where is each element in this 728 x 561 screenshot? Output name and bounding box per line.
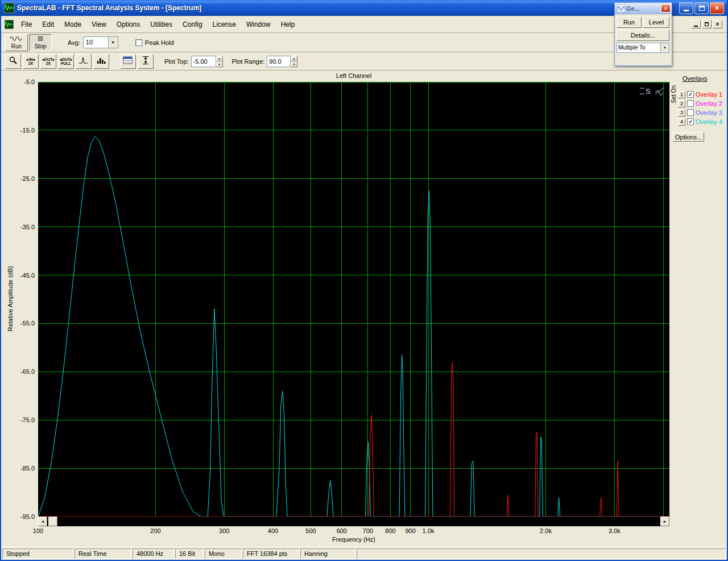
spin-down-icon: ▼ [218,63,221,66]
x-tick-700: 700 [363,527,373,534]
generator-window[interactable]: Ge... × Run Level Details... Multiple To… [614,2,672,66]
overlay-options-button[interactable]: Options... [672,132,704,142]
menu-config[interactable]: Config [177,19,208,30]
generator-signal-dropdown-button[interactable]: ▼ [660,43,669,52]
plot-range-label: Plot Range: [232,58,264,65]
run-button[interactable]: Run [5,34,28,51]
generator-signal-value: Multiple To [617,43,660,52]
generator-title-bar[interactable]: Ge... × [615,3,672,14]
x-tick-300: 300 [219,527,229,534]
copy-panel-button[interactable] [120,54,136,69]
mdi-close-button[interactable]: × [713,20,722,28]
menu-file[interactable]: File [16,19,37,30]
spectrum-plot[interactable]: S [38,82,669,517]
mdi-restore-button[interactable] [702,20,712,28]
status-filler [357,548,726,559]
y-tick--65.0: -65.0 [1,368,35,375]
arrow-right-icon: ► [663,519,667,523]
generator-close-button[interactable]: × [661,4,671,13]
overlay-row-3: 3Overlay 3 [678,108,727,117]
menu-edit[interactable]: Edit [37,19,59,30]
zoom-icon [9,56,18,66]
menu-mode[interactable]: Mode [59,19,86,30]
plot-top-spin-up[interactable]: ▲ [216,56,223,61]
overlay-row-2: 2Overlay 2 [678,99,727,108]
maximize-button[interactable] [694,2,709,14]
plot-range-spin-up[interactable]: ▲ [291,56,297,61]
menu-help[interactable]: Help [276,19,300,30]
amplitude-scale-icon [142,56,150,66]
generator-level-button[interactable]: Level [643,16,669,28]
status-hanning: Hanning [300,548,355,559]
trace-0 [38,137,669,517]
overlay-on-checkbox-1[interactable]: ✓ [687,91,694,98]
zoom-out-2x-icon: ◂OUT▸ [42,57,55,61]
avg-combobox[interactable]: 10 ▼ [83,36,118,48]
trace-1 [38,362,669,517]
overlay-set-button-4[interactable]: 4 [678,118,685,126]
generator-indicator-icons [640,88,664,96]
stop-button[interactable]: Stop [29,34,52,51]
menu-utilities[interactable]: Utilities [145,19,177,30]
scrollbar-track[interactable] [57,517,660,526]
menu-license[interactable]: License [208,19,241,30]
x-tick-500: 500 [305,527,316,534]
main-window: SpectraLAB - FFT Spectral Analysis Syste… [0,0,728,561]
zoom-button[interactable] [5,54,21,69]
status-16-bit: 16 Bit [175,548,204,559]
generator-signal-combobox[interactable]: Multiple To ▼ [617,43,669,53]
bar-display-button[interactable] [93,54,109,69]
minimize-button[interactable] [679,2,693,14]
y-tick--35.0: -35.0 [1,224,35,230]
scroll-right-button[interactable]: ► [660,517,669,526]
x-tick-labels: 1002003004005006007008009001.0k2.0k3.0k [1,527,672,535]
plot-top-spin-down[interactable]: ▼ [216,61,223,67]
overlay-on-checkbox-3[interactable] [687,109,694,116]
x-tick-600: 600 [337,527,347,534]
close-button[interactable]: × [710,2,724,14]
x-tick-400: 400 [268,527,278,534]
mdi-close-icon: × [716,22,719,27]
x-tick-2.0k: 2.0k [540,527,552,534]
overlay-set-button-2[interactable]: 2 [678,100,685,108]
overlay-row-4: 4✓Overlay 4 [678,117,727,126]
x-tick-100: 100 [33,527,43,534]
peak-display-icon [78,56,89,65]
overlay-set-button-3[interactable]: 3 [678,109,685,117]
avg-value: 10 [84,37,108,48]
mdi-minimize-button[interactable] [691,20,701,28]
x-tick-1.0k: 1.0k [423,527,435,534]
scrollbar-thumb[interactable] [48,517,57,526]
zoom-in-2x-button[interactable]: ▸IN◂2X [23,54,39,69]
overlay-on-checkbox-2[interactable] [687,100,694,107]
overlay-on-checkbox-4[interactable]: ✓ [687,118,694,125]
spin-up-icon: ▲ [218,57,221,60]
status-fft-16384-pts: FFT 16384 pts [243,548,299,559]
menu-view[interactable]: View [86,19,111,30]
menu-window[interactable]: Window [241,19,276,30]
overlay-set-button-1[interactable]: 1 [678,91,685,98]
scroll-left-button[interactable]: ◄ [38,517,47,526]
avg-dropdown-button[interactable]: ▼ [108,37,118,48]
generator-run-button[interactable]: Run [617,16,642,28]
plot-range-spin-down[interactable]: ▼ [291,61,297,67]
plot-scrollbar[interactable]: ◄ ► [38,517,669,526]
zoom-in-2x-icon: ▸IN◂ [27,57,35,61]
close-icon: × [664,6,667,11]
amplitude-scale-button[interactable] [138,54,154,69]
run-waveform-icon [10,36,23,43]
stop-square-icon [38,36,43,43]
generator-details-button[interactable]: Details... [617,30,669,41]
plot-top-input[interactable] [191,56,216,67]
peak-hold-checkbox[interactable] [135,39,142,46]
menu-options[interactable]: Options [111,19,145,30]
peak-display-button[interactable] [76,54,92,69]
mdi-restore-icon [705,22,709,26]
x-axis-label: Frequency (Hz) [38,536,669,543]
zoom-out-full-icon: ◂OUT▸ [60,57,72,61]
status-bar: StoppedReal Time48000 Hz16 BitMonoFFT 16… [1,547,727,560]
zoom-out-full-button[interactable]: ◂OUT▸FULL [58,54,74,69]
overlay-label-2: Overlay 2 [696,100,722,107]
plot-range-input[interactable] [267,56,291,67]
zoom-out-2x-button[interactable]: ◂OUT▸2X [40,54,56,69]
